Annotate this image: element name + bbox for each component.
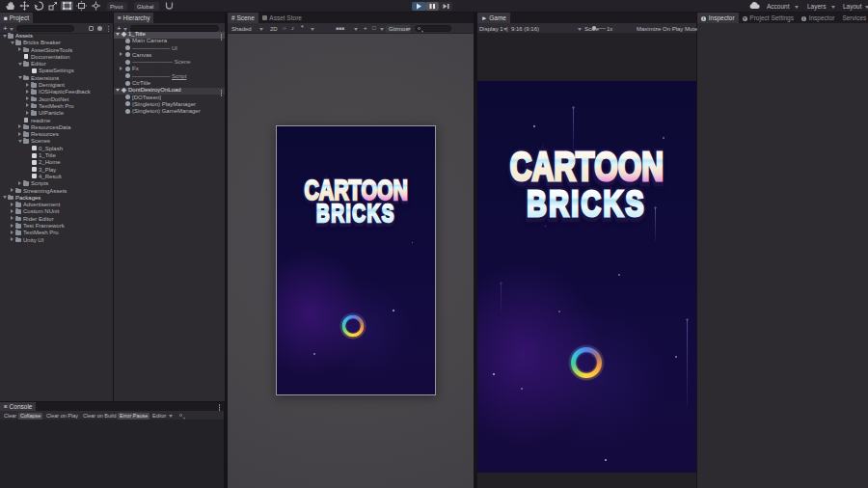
svg-text:CART: CART bbox=[510, 144, 595, 189]
svg-text:BRICKS: BRICKS bbox=[527, 185, 646, 224]
svg-text:BRICKS: BRICKS bbox=[316, 199, 395, 228]
svg-text:OON: OON bbox=[594, 144, 664, 189]
